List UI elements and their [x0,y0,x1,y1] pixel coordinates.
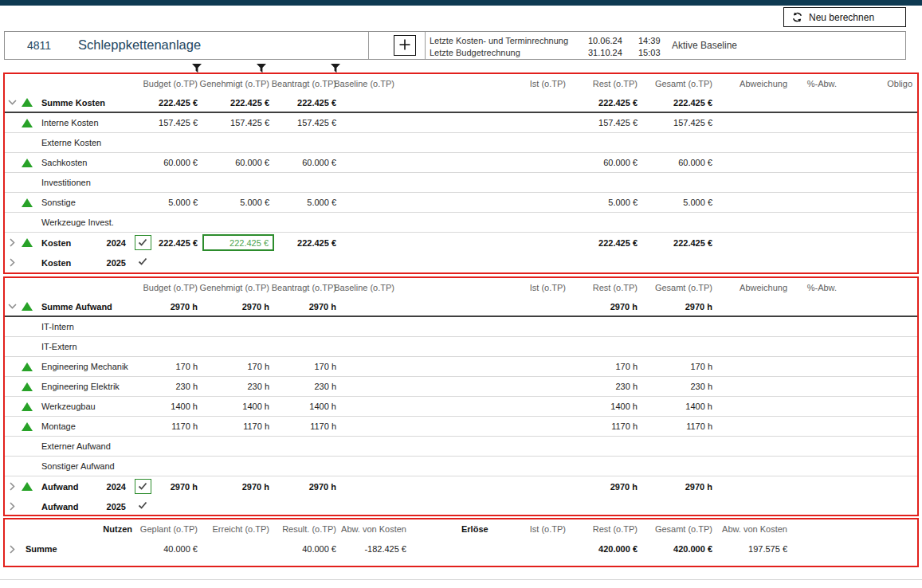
cell-abweichung [717,457,792,476]
chevron-right-icon[interactable] [5,476,19,496]
table-row[interactable]: IT-Extern [5,337,917,357]
cell-budget: 157.425 € [156,113,202,132]
cell-ist [477,173,571,192]
cell-beantragt [274,213,341,232]
chevron-right-icon[interactable] [5,233,19,253]
cell-abweichung [717,113,792,132]
cell-beantragt [274,253,341,272]
check-cell [129,357,156,376]
cell-ist [477,417,571,436]
chevron-down-icon[interactable] [5,297,19,316]
cell-genehmigt: 222.425 € [202,233,274,253]
table-row[interactable]: Sonstiger Aufwand [5,457,917,476]
table-row[interactable]: Externe Kosten [5,133,917,153]
recalculate-button[interactable]: Neu berechnen [783,7,906,27]
calc-info-date: 31.10.24 [588,48,638,57]
row-label: Engineering Elektrik [35,377,92,396]
cell-genehmigt: 2970 h [202,297,274,316]
cell-pctabw [792,337,842,356]
column-header-rest: Rest (o.TP) [571,278,642,297]
table-row[interactable]: Kosten2025 [5,253,917,272]
row-label: IT-Intern [35,317,92,336]
cell-budget: 222.425 € [156,93,202,112]
chevron-down-icon[interactable] [5,93,19,112]
table-row[interactable]: Investitionen [5,173,917,193]
expander-placeholder [5,153,19,172]
column-header-abweichung: Abweichung [717,74,792,93]
table-row[interactable]: Werkzeuge Invest. [5,213,917,233]
cell-budget [156,337,202,356]
cell-spacer [399,297,477,316]
cell-abweichung [717,337,792,356]
cell-beantragt [274,496,341,516]
filter-icon[interactable] [191,62,202,73]
chevron-right-icon[interactable] [5,253,19,272]
cell-obligo [842,297,917,316]
cell-baseline [341,233,399,253]
expander-placeholder [5,173,19,192]
trend-up-indicator-icon [19,476,35,496]
table-row[interactable]: Engineering Elektrik230 h230 h230 h230 h… [5,377,917,397]
table-row[interactable]: Summe Kosten222.425 €222.425 €222.425 €2… [5,93,917,113]
check-cell [129,476,156,496]
expand-plus-button[interactable] [394,35,416,56]
table-row[interactable]: Summe40.000 €40.000 €-182.425 €420.000 €… [5,539,917,559]
table-row[interactable]: Sachkosten60.000 €60.000 €60.000 €60.000… [5,153,917,173]
table-row[interactable]: Aufwand20242970 h2970 h2970 h2970 h2970 … [5,476,917,496]
trend-up-indicator-icon [19,417,35,436]
column-header-row: Budget (o.TP)Genehmigt (o.TP)Beantragt (… [5,74,917,93]
cell-genehmigt [202,437,274,456]
row-label: Interne Kosten [35,113,92,132]
row-label: Investitionen [35,173,92,192]
row-year [92,153,129,172]
cell-spacer [399,476,477,496]
table-row[interactable]: Summe Aufwand2970 h2970 h2970 h2970 h297… [5,297,917,317]
indicator-placeholder [19,213,35,232]
trend-up-indicator-icon [19,153,35,172]
row-year [92,133,129,152]
cell-abweichung [717,496,792,516]
cell-budget [156,496,202,516]
table-row[interactable]: Aufwand2025 [5,496,917,516]
table-row[interactable]: Interne Kosten157.425 €157.425 €157.425 … [5,113,917,133]
table-row[interactable]: Montage1170 h1170 h1170 h1170 h1170 h [5,417,917,437]
filter-icon[interactable] [330,62,341,73]
table-row[interactable]: Kosten2024222.425 €222.425 €222.425 €222… [5,233,917,253]
check-icon [138,257,147,268]
cell-spacer [399,193,477,212]
cell-gesamt [642,457,717,476]
cell-gesamt: 222.425 € [642,233,717,253]
year-checkbox[interactable] [135,479,151,494]
cell-spacer [399,173,477,192]
header-spacer [19,519,97,539]
year-checkbox[interactable] [135,235,151,250]
cell-ist [477,133,571,152]
chevron-right-icon[interactable] [5,496,19,516]
table-row[interactable]: Werkzeugbau1400 h1400 h1400 h1400 h1400 … [5,397,917,417]
column-header-budget: Budget (o.TP) [156,74,202,93]
row-label: Summe Kosten [35,93,92,112]
cell-gesamt [642,317,717,336]
check-cell [129,253,156,272]
table-row[interactable]: Externer Aufwand [5,437,917,457]
cell-beantragt: 5.000 € [274,193,341,212]
cell-gesamt: 157.425 € [642,113,717,132]
row-year [92,173,129,192]
expander-placeholder [5,357,19,376]
filter-icon[interactable] [256,62,267,73]
check-cell [129,337,156,356]
table-row[interactable]: IT-Intern [5,317,917,337]
calc-info-label: Letzte Budgetrechnung [430,48,588,57]
check-cell [129,317,156,336]
table-row[interactable]: Engineering Mechanik170 h170 h170 h170 h… [5,357,917,377]
cell-budget: 222.425 € [156,233,202,253]
cell-spacer [399,437,477,456]
header-spacer [92,74,129,93]
editable-value-cell[interactable]: 222.425 € [202,234,274,251]
chevron-right-icon[interactable] [5,539,19,559]
row-label: Aufwand [35,476,92,496]
cell-ist [477,337,571,356]
cell-genehmigt [202,133,274,152]
cell-gesamt [642,133,717,152]
table-row[interactable]: Sonstige5.000 €5.000 €5.000 €5.000 €5.00… [5,193,917,213]
